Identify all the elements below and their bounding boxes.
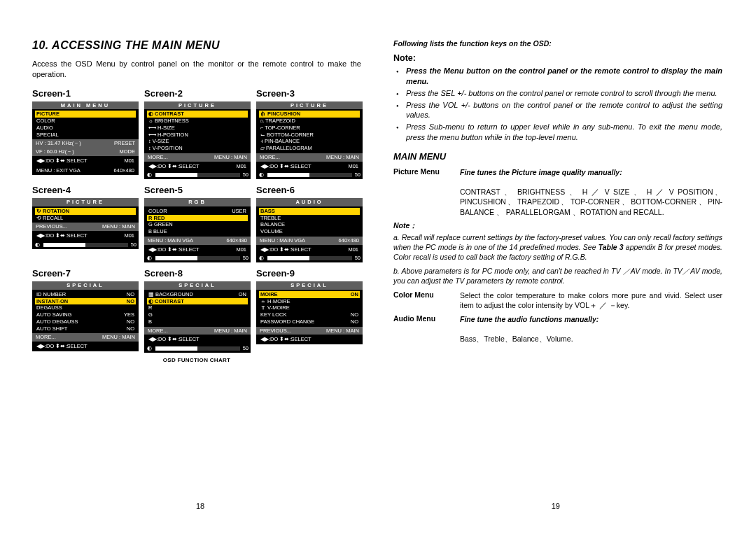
osd-row: BALANCE [259,221,360,228]
osd-row: PASSWORD CHANGENO [259,318,360,325]
osd-row: B [147,318,248,325]
osd-row: ◐ CONTRAST [147,298,248,305]
osd-status: MORE...MENU : MAIN [146,328,248,335]
osd-status: MORE...MENU : MAIN [146,154,248,161]
osd-row: ☼ BRIGHTNESS [147,118,248,125]
osd-foot-row: ◀▶:DO ⬍⬌:SELECTM01 [259,163,360,170]
audio-menu-lead: Fine tune the audio functions manually: [460,315,598,323]
func-intro: Following lists the function keys on the… [393,39,722,48]
osd-row: INSTANT-ONNO [35,298,136,305]
osd-bar: ◐50 [144,254,251,262]
osd-body: ▦ BACKGROUNDON◐ CONTRASTRGB [144,290,251,327]
osd-row: ⟷ H-SIZE [147,125,248,132]
page-number-left: 18 [196,502,204,510]
color-menu-label: Color Menu [393,290,460,310]
osd-body: ◐ CONTRAST☼ BRIGHTNESS⟷ H-SIZE⟷ H-POSITI… [144,109,251,153]
note-bullet: Press the SEL +/- buttons on the control… [406,88,722,99]
osd-row: ↻ ROTATION [35,208,136,215]
osd-body: ⫛ PINCUSHION⏢ TRAPEZOID⌐ TOP-CORNER⌙ BOT… [256,109,363,153]
osd-header: SPECIAL [256,281,363,290]
osd-row: ⟲ RECALL [35,215,136,222]
osd-row: ⌐ TOP-CORNER [259,125,360,132]
osd-row: COLOR [35,118,136,125]
note-b: b. Above parameters is for PC mode only,… [393,266,722,286]
page-number-right: 19 [552,502,560,510]
note-bullet: Press Sub-menu to return to upper level … [406,122,722,143]
osd-row: ⫪ V-MOIRE [259,304,360,311]
osd-row: G GREEN [147,221,248,228]
osd-row: PICTURE [35,111,136,118]
screen-label: Screen-9 [256,268,363,279]
osd-status: MENU : MAIN VGA640×480 [258,237,360,244]
osd-header: MAIN MENU [32,101,139,110]
screen-label: Screen-7 [32,268,139,279]
osd-bar: ◐50 [256,254,363,262]
screen-label: Screen-6 [256,185,363,195]
picture-menu-lead: Fine tunes the Picture image quality man… [460,168,622,176]
osd-foot-row: MENU : EXIT VGA640×480 [35,167,136,174]
osd-header: AUDIO [256,198,363,206]
osd-row: ⫨ H-MOIRE [259,298,360,305]
osd-row: ⫛ PINCUSHION [259,111,360,118]
note-bullet: Press the VOL +/- buttons on the control… [406,100,722,121]
osd-screen: Screen-5RGBCOLORUSERR REDG GREENB BLUEME… [144,185,251,262]
osd-bar: ◐50 [32,241,139,249]
main-menu-heading: MAIN MENU [393,151,722,162]
osd-foot-row: ◀▶:DO ⬍⬌:SELECTM01 [259,246,360,253]
osd-row: AUTO DEGAUSSNO [35,318,136,325]
osd-row: ⏢ TRAPEZOID [259,118,360,125]
osd-row: SPECIAL [35,132,136,139]
osd-row: KEY LOCKNO [259,311,360,318]
note-bullet: Press the Menu button on the control pan… [406,66,722,87]
osd-header: SPECIAL [144,281,251,290]
osd-bar: ◐50 [256,171,363,179]
osd-header: SPECIAL [32,281,139,290]
section-title: 10. ACCESSING THE MAIN MENU [32,39,361,52]
osd-row: ↕ V-POSITION [147,145,248,152]
osd-header: RGB [144,198,251,206]
osd-header: PICTURE [32,198,139,206]
note-heading: Note: [393,53,722,63]
osd-body: COLORUSERR REDG GREENB BLUE [144,206,251,237]
osd-foot-row: ◀▶:DO ⬍⬌:SELECT [147,336,248,343]
osd-grid: Screen-1MAIN MENUPICTURECOLORAUDIOSPECIA… [32,88,361,353]
screen-label: Screen-1 [32,88,139,99]
osd-body: PICTURECOLORAUDIOSPECIAL [32,109,139,139]
osd-header: PICTURE [144,101,251,110]
osd-row: AUTO SAVINGYES [35,311,136,318]
osd-body: ↻ ROTATION⟲ RECALL [32,206,139,223]
osd-row: TREBLE [259,215,360,222]
osd-foot-row: ◀▶:DO ⬍⬌:SELECTM01 [35,232,136,239]
osd-row: ▦ BACKGROUNDON [147,291,248,298]
osd-caption: OSD FUNCTION CHART [32,357,361,363]
screen-label: Screen-5 [144,185,251,195]
osd-row: AUDIO [35,125,136,132]
osd-screen: Screen-8SPECIAL▦ BACKGROUNDON◐ CONTRASTR… [144,268,251,353]
osd-status: HV : 31.47 KHz(－)PRESET [34,140,136,147]
osd-screen: Screen-6AUDIOBASSTREBLEBALANCEVOLUMEMENU… [256,185,363,262]
osd-row: BASS [259,208,360,215]
screen-label: Screen-3 [256,88,363,99]
osd-bar: ◐50 [144,171,251,179]
picture-menu-label: Picture Menu [393,167,460,217]
osd-row: ID NUMBERNO [35,291,136,298]
osd-status: VF : 60.0 Hz(－)MODE [34,148,136,155]
osd-row: R RED [147,215,248,222]
osd-status: MORE...MENU : MAIN [34,334,136,341]
osd-foot-row: ◀▶:DO ⬍⬌:SELECTM01 [147,163,248,170]
osd-status: MENU : MAIN VGA640×480 [146,237,248,244]
page-left: 10. ACCESSING THE MAIN MENU Access the O… [32,39,361,363]
osd-header: PICTURE [256,101,363,110]
note-bullets: Press the Menu button on the control pan… [406,66,722,143]
osd-screen: Screen-3PICTURE⫛ PINCUSHION⏢ TRAPEZOID⌐ … [256,88,363,180]
audio-menu-row: Audio Menu Fine tune the audio functions… [393,314,722,344]
page-right: Following lists the function keys on the… [393,39,722,363]
osd-row: G [147,311,248,318]
osd-row: R [147,304,248,311]
screen-label: Screen-2 [144,88,251,99]
osd-row: VOLUME [259,228,360,235]
intro-text: Access the OSD Menu by control panel on … [32,59,361,80]
osd-row: COLORUSER [147,208,248,215]
screen-label: Screen-8 [144,268,251,279]
osd-body: BASSTREBLEBALANCEVOLUME [256,206,363,237]
